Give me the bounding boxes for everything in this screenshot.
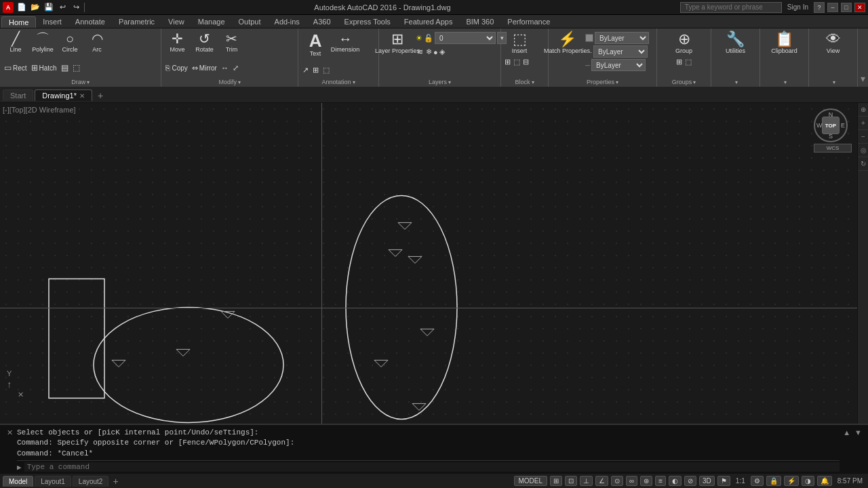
tool-move[interactable]: ✛ Move (164, 30, 190, 54)
app-icon[interactable]: A (3, 2, 14, 13)
pan-btn[interactable]: ⊕ (858, 103, 868, 117)
close-btn[interactable]: ✕ (854, 3, 865, 12)
tool-dimension[interactable]: ↔ Dimension (331, 30, 359, 54)
isolate-btn[interactable]: ◑ (802, 476, 814, 486)
compass-wcs-btn[interactable]: WCS (814, 144, 852, 152)
clipboard-expand-icon[interactable]: ▾ (784, 79, 787, 85)
tool-block1[interactable]: ⊞ (504, 57, 511, 67)
tool-match-properties[interactable]: ⚡ Match Properties (551, 30, 583, 56)
snap-btn[interactable]: ⊡ (565, 476, 577, 486)
group-btn2[interactable]: ⬚ (684, 57, 692, 67)
tool-stretch[interactable]: ↔ (220, 63, 230, 73)
tool-mirror[interactable]: ⇔ Mirror (191, 63, 218, 73)
tab-home[interactable]: Home (1, 16, 36, 28)
grid-btn[interactable]: ⊞ (550, 476, 562, 486)
tool-layer-properties[interactable]: ⊞ Layer Properties (382, 30, 413, 56)
workspace-btn[interactable]: ⚙ (751, 476, 764, 486)
zoom-out-btn[interactable]: − (858, 130, 868, 144)
qat-new[interactable]: 📄 (16, 2, 27, 13)
tab-featured[interactable]: Featured Apps (397, 16, 460, 28)
layer-match[interactable]: ≋ (416, 47, 425, 57)
tab-manage[interactable]: Manage (191, 16, 232, 28)
layer-freeze-icon[interactable]: ❄ (426, 47, 432, 56)
tool-trim[interactable]: ✂ Trim (218, 30, 244, 54)
tool-boundary[interactable]: ⬚ (71, 62, 81, 73)
layer-off-icon[interactable]: ● (433, 48, 438, 56)
layout-tab-model[interactable]: Model (3, 476, 33, 487)
tool-circle[interactable]: ○ Circle (57, 30, 83, 54)
search-input[interactable] (680, 2, 782, 13)
layer-lock-icon[interactable]: 🔓 (424, 34, 433, 43)
tool-arc[interactable]: ◠ Arc (84, 30, 110, 54)
tool-block2[interactable]: ⬚ (513, 57, 521, 67)
tool-leader[interactable]: ↗ (301, 65, 310, 75)
doc-tab-new-btn[interactable]: + (94, 89, 107, 102)
qat-undo[interactable]: ↩ (57, 2, 68, 13)
command-close-btn[interactable]: ✕ (5, 428, 14, 438)
help-btn[interactable]: ? (814, 2, 825, 13)
tab-performance[interactable]: Performance (500, 16, 557, 28)
tool-group[interactable]: ⊕ Group (669, 30, 700, 56)
tool-scale[interactable]: ⤢ (231, 63, 240, 73)
model-status-btn[interactable]: MODEL (514, 476, 548, 486)
cmd-scroll-down[interactable]: ▼ (854, 428, 863, 437)
properties-expand-icon[interactable]: ▾ (616, 79, 618, 85)
lineweight-dropdown[interactable]: ByLayer (591, 59, 646, 71)
tab-a360[interactable]: A360 (307, 16, 338, 28)
annotation-expand-icon[interactable]: ▾ (353, 79, 355, 85)
3d-otrack-btn[interactable]: 3D (699, 476, 715, 486)
ribbon-expand-btn[interactable]: ▾ (858, 28, 868, 87)
tool-annot3[interactable]: ⬚ (321, 65, 331, 75)
modify-expand-icon[interactable]: ▾ (238, 79, 241, 85)
tool-view[interactable]: 👁 View (818, 30, 849, 56)
ortho-btn[interactable]: ⊥ (580, 476, 593, 486)
tab-express[interactable]: Express Tools (338, 16, 397, 28)
tool-clipboard[interactable]: 📋 Clipboard (769, 30, 800, 56)
command-input[interactable] (24, 462, 840, 472)
lock-btn[interactable]: 🔒 (766, 476, 781, 486)
minimize-btn[interactable]: – (827, 3, 838, 12)
sel-cycling-btn[interactable]: ⊘ (684, 476, 696, 486)
tool-hatch[interactable]: ⊞ Hatch (30, 62, 58, 73)
doc-tab-drawing1[interactable]: Drawing1* ✕ (35, 89, 92, 101)
tab-view[interactable]: View (161, 16, 191, 28)
compass-center-btn[interactable]: TOP (822, 117, 840, 134)
steering-wheel-btn[interactable]: ◎ (858, 144, 868, 157)
layout-tab-add-btn[interactable]: + (110, 476, 121, 487)
dynin-btn[interactable]: ⊛ (640, 476, 652, 486)
restore-btn[interactable]: □ (841, 3, 852, 12)
layout-tab-layout1[interactable]: Layout1 (35, 476, 71, 487)
tool-insert[interactable]: ⬚ Insert (504, 30, 535, 56)
layer-dropdown[interactable]: 0 (435, 32, 496, 44)
tool-rotate[interactable]: ↺ Rotate (191, 30, 217, 54)
zoom-in-btn[interactable]: + (858, 117, 868, 130)
osnap-btn[interactable]: ⊙ (611, 476, 623, 486)
block-expand-icon[interactable]: ▾ (532, 79, 534, 85)
linetype-dropdown[interactable]: ByLayer (593, 45, 648, 58)
qat-redo[interactable]: ↪ (71, 2, 81, 13)
color-dropdown[interactable]: ByLayer (595, 32, 649, 44)
tab-annotate[interactable]: Annotate (68, 16, 112, 28)
group-btn1[interactable]: ⊞ (675, 57, 683, 67)
transparency-btn[interactable]: ◐ (669, 476, 682, 486)
tab-bim[interactable]: BIM 360 (459, 16, 500, 28)
utilities-expand-icon[interactable]: ▾ (735, 79, 738, 85)
tab-parametric[interactable]: Parametric (112, 16, 161, 28)
tab-insert[interactable]: Insert (36, 16, 68, 28)
sign-in-btn[interactable]: Sign In (785, 3, 811, 11)
layers-expand-icon[interactable]: ▾ (448, 79, 451, 85)
layer-more-icon[interactable]: ◈ (439, 47, 445, 56)
polar-btn[interactable]: ∠ (595, 476, 608, 486)
orbit-btn[interactable]: ↻ (858, 157, 868, 171)
groups-expand-icon[interactable]: ▾ (693, 79, 696, 85)
otrack-btn[interactable]: ∞ (626, 476, 637, 486)
doc-tab-start[interactable]: Start (3, 89, 33, 101)
tab-output[interactable]: Output (232, 16, 268, 28)
hardware-accel-btn[interactable]: ⚡ (784, 476, 799, 486)
tool-block3[interactable]: ⊟ (522, 57, 530, 67)
tool-gradient[interactable]: ▤ (60, 62, 70, 73)
notifications-btn[interactable]: 🔔 (817, 476, 832, 486)
tool-utilities[interactable]: 🔧 Utilities (720, 30, 751, 56)
view-expand-icon[interactable]: ▾ (833, 79, 835, 85)
tool-line[interactable]: ╱ Line (3, 30, 28, 54)
